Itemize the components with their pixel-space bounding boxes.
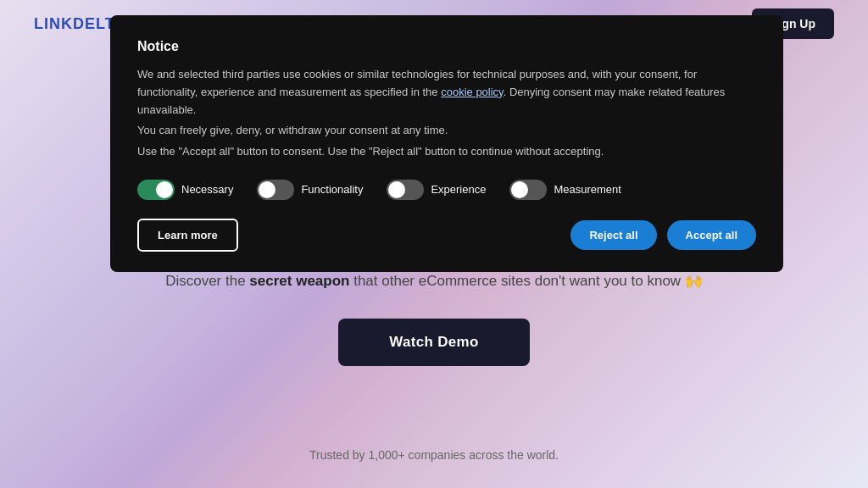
reject-all-button[interactable]: Reject all [570, 220, 656, 250]
toggle-row: Necessary Functionality Experience Measu… [137, 180, 756, 200]
notice-body-line2: You can freely give, deny, or withdraw y… [137, 122, 756, 140]
toggle-necessary-switch[interactable] [137, 180, 175, 200]
notice-body-line3: Use the "Accept all" button to consent. … [137, 143, 756, 161]
toggle-experience-knob [388, 181, 405, 198]
toggle-necessary-knob [156, 181, 173, 198]
toggle-experience-switch[interactable] [387, 180, 424, 200]
watch-demo-button[interactable]: Watch Demo [338, 319, 529, 366]
toggle-measurement-label: Measurement [554, 183, 620, 196]
learn-more-button[interactable]: Learn more [137, 219, 238, 252]
trusted-text: Trusted by 1,000+ companies across the w… [309, 448, 559, 462]
toggle-functionality-switch[interactable] [257, 180, 294, 200]
toggle-functionality-label: Functionality [301, 183, 363, 196]
accept-all-button[interactable]: Accept all [667, 220, 756, 250]
action-buttons: Reject all Accept all [570, 220, 756, 250]
notice-button-row: Learn more Reject all Accept all [137, 219, 756, 252]
cookie-policy-link[interactable]: cookie policy [441, 86, 503, 98]
toggle-necessary: Necessary [137, 180, 233, 200]
hero-description: Discover the secret weapon that other eC… [165, 270, 703, 292]
toggle-measurement-switch[interactable] [509, 180, 547, 200]
toggle-measurement-knob [511, 181, 528, 198]
notice-body-line1: We and selected third parties use cookie… [137, 66, 756, 119]
toggle-experience-label: Experience [431, 183, 486, 196]
toggle-functionality: Functionality [257, 180, 363, 200]
logo: LINKDELT [34, 15, 115, 33]
toggle-measurement: Measurement [509, 180, 620, 200]
cookie-notice: Notice We and selected third parties use… [110, 15, 783, 272]
trusted-section: Trusted by 1,000+ companies across the w… [0, 447, 868, 463]
notice-title: Notice [137, 39, 756, 54]
toggle-experience: Experience [387, 180, 486, 200]
toggle-functionality-knob [259, 181, 275, 198]
toggle-necessary-label: Necessary [181, 183, 233, 196]
